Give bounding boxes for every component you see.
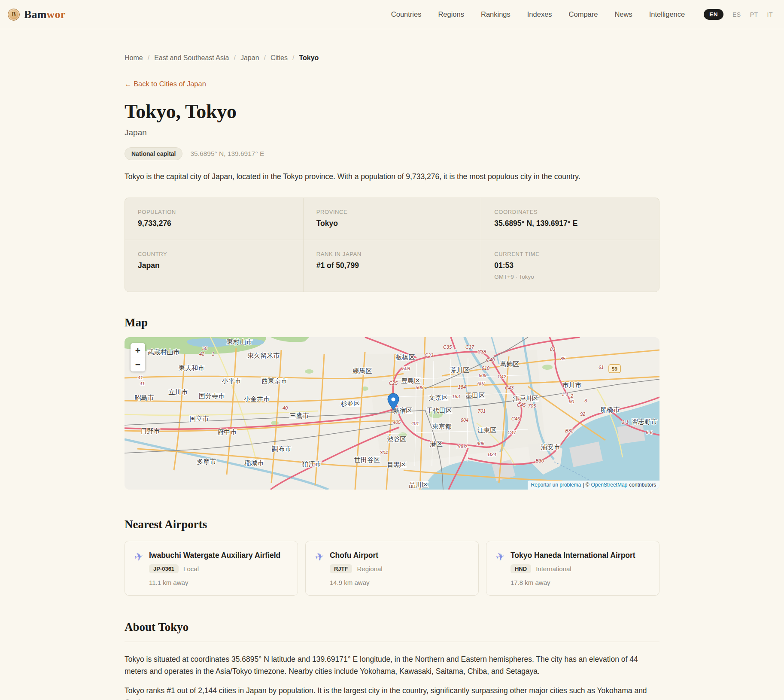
stat-current-time: CURRENT TIME 01:53 GMT+9 · Tokyo	[481, 240, 659, 292]
header: B Bamwor Countries Regions Rankings Inde…	[0, 0, 784, 29]
lang-it-button[interactable]: IT	[767, 11, 773, 18]
lang-es-button[interactable]: ES	[732, 11, 741, 18]
airports-heading: Nearest Airports	[125, 518, 659, 531]
road-ref: 50	[202, 346, 208, 351]
road-ref: C43	[505, 385, 514, 390]
airport-card[interactable]: ✈ Tokyo Haneda International Airport HND…	[486, 541, 659, 596]
breadcrumb-region[interactable]: East and Southeast Asia	[154, 54, 229, 62]
map-label: 国立市	[190, 415, 209, 422]
road-ref: C47	[507, 430, 517, 435]
road-ref: 41	[140, 381, 145, 386]
airport-name: Chofu Airport	[330, 551, 383, 560]
map-label: 豊島区	[401, 377, 421, 384]
route-shield: 59	[609, 365, 620, 373]
map-label: 葛飾区	[500, 360, 520, 368]
road-ref: 509	[402, 366, 410, 371]
road-ref: C42	[498, 374, 506, 379]
map-park	[542, 365, 553, 370]
city-description: Tokyo is the capital city of Japan, loca…	[125, 172, 659, 181]
brand-wordmark: Bamwor	[24, 8, 66, 21]
map-label: 立川市	[169, 388, 188, 396]
about-paragraph: Tokyo is situated at coordinates 35.6895…	[125, 653, 659, 678]
brand-name-accent: wor	[47, 8, 66, 21]
map-label: 武蔵村山市	[148, 348, 180, 356]
road-ref: C46	[511, 416, 520, 421]
airport-distance: 11.1 km away	[149, 579, 280, 586]
openstreetmap-link[interactable]: OpenStreetMap	[591, 482, 628, 488]
airport-card[interactable]: ✈ Chofu Airport RJTF Regional 14.9 km aw…	[305, 541, 479, 596]
breadcrumb-cities[interactable]: Cities	[270, 54, 288, 62]
road-ref: C40	[486, 357, 495, 362]
stat-value: Japan	[138, 261, 290, 270]
stat-value: 01:53	[494, 261, 646, 270]
road-ref: 2-1	[621, 420, 629, 425]
zoom-in-button[interactable]: +	[131, 343, 145, 357]
nav-item-intelligence[interactable]: Intelligence	[649, 10, 685, 18]
road-ref: C33	[425, 353, 434, 358]
road-ref: 40	[283, 405, 288, 411]
map-label: 東大和市	[179, 364, 204, 371]
about-section: About Tokyo Tokyo is situated at coordin…	[125, 621, 659, 700]
main-content: Home / East and Southeast Asia / Japan /…	[125, 29, 659, 700]
map-park	[305, 369, 313, 374]
airport-code-badge: RJTF	[330, 564, 352, 573]
road-ref: 405	[393, 420, 401, 425]
airport-name: Tokyo Haneda International Airport	[511, 551, 635, 560]
road-ref: 304	[380, 450, 388, 455]
coin-logo-icon: B	[8, 9, 20, 21]
airport-cards: ✈ Iwabuchi Watergate Auxiliary Airfield …	[125, 541, 659, 596]
road-ref: 604	[461, 417, 468, 423]
map-section: Map	[125, 316, 659, 490]
brand-logo[interactable]: B Bamwor	[8, 8, 66, 21]
airport-code-badge: HND	[511, 564, 531, 573]
road-ref: 401	[411, 421, 419, 426]
nav-item-rankings[interactable]: Rankings	[481, 10, 511, 18]
main-nav: Countries Regions Rankings Indexes Compa…	[391, 10, 685, 18]
map-label: 習志野市	[632, 418, 657, 425]
nav-item-indexes[interactable]: Indexes	[527, 10, 552, 18]
road-ref: 1-1	[562, 392, 568, 397]
nav-item-compare[interactable]: Compare	[569, 10, 598, 18]
back-to-cities-link[interactable]: ← Back to Cities of Japan	[125, 80, 206, 88]
stats-grid: POPULATION 9,733,276 PROVINCE Tokyo COOR…	[125, 198, 659, 292]
road-ref: 1002	[457, 444, 467, 449]
road-ref: 41	[138, 375, 143, 380]
breadcrumb-separator: /	[264, 54, 266, 62]
section-divider	[125, 642, 659, 642]
breadcrumb-separator: /	[234, 54, 235, 62]
stat-label: COORDINATES	[494, 209, 646, 215]
airplane-icon: ✈	[495, 551, 506, 563]
nav-item-regions[interactable]: Regions	[438, 10, 464, 18]
map-label: 江戸川区	[513, 395, 538, 402]
stat-label: CURRENT TIME	[494, 251, 646, 257]
airport-card[interactable]: ✈ Iwabuchi Watergate Auxiliary Airfield …	[125, 541, 298, 596]
nav-item-countries[interactable]: Countries	[391, 10, 422, 18]
breadcrumb: Home / East and Southeast Asia / Japan /…	[125, 54, 659, 62]
map-label: 目黒区	[387, 461, 407, 468]
map-container[interactable]: 59 50 42 1 41 41 40 509 C25 505 C33 C35 …	[125, 337, 659, 490]
lang-pt-button[interactable]: PT	[750, 11, 758, 18]
map-label: 調布市	[272, 445, 292, 452]
road-ref: 85	[560, 356, 566, 361]
map-label: 多摩市	[197, 458, 216, 465]
road-ref: 607	[477, 381, 486, 386]
report-problem-link[interactable]: Reportar un problema	[531, 482, 581, 488]
nav-item-news[interactable]: News	[614, 10, 632, 18]
road-ref: 61	[599, 365, 604, 370]
breadcrumb-home[interactable]: Home	[125, 54, 143, 62]
stat-label: PROVINCE	[316, 209, 468, 215]
stat-label: POPULATION	[138, 209, 290, 215]
map-label: 市川市	[562, 381, 582, 389]
map-label: 千代田区	[426, 407, 452, 414]
zoom-out-button[interactable]: −	[131, 357, 145, 371]
map-label: 東京都	[432, 423, 452, 430]
road-ref: C25	[389, 380, 398, 386]
lang-en-button[interactable]: EN	[704, 9, 723, 20]
stat-value: 35.6895° N, 139.6917° E	[494, 219, 646, 228]
stat-label: COUNTRY	[138, 251, 290, 257]
map-label: 船橋市	[601, 406, 620, 413]
road-ref: B24	[488, 452, 496, 457]
breadcrumb-country[interactable]: Japan	[240, 54, 259, 62]
airport-type: Local	[183, 565, 199, 572]
map-canvas[interactable]: 59 50 42 1 41 41 40 509 C25 505 C33 C35 …	[125, 337, 659, 490]
